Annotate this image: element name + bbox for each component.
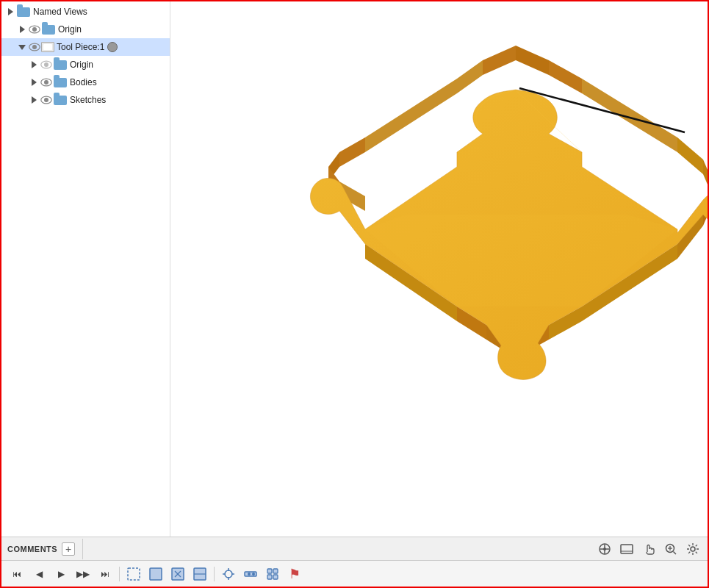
svg-line-16: [674, 551, 677, 554]
puzzle-piece-3d: [259, 38, 708, 428]
play-end-button[interactable]: ⏭: [96, 564, 115, 584]
svg-rect-20: [128, 568, 140, 580]
bottom-toolbar: ⏮ ◀ ▶ ▶▶ ⏭: [1, 560, 708, 587]
folder-origin-top: [41, 24, 56, 35]
expand-bodies[interactable]: [28, 76, 40, 88]
options-tool[interactable]: [263, 564, 282, 584]
svg-point-29: [248, 573, 251, 576]
zoom-icon[interactable]: [662, 540, 680, 558]
bottom-right-icons: [596, 540, 702, 558]
tree-item-sketches[interactable]: Sketches: [1, 91, 170, 109]
svg-point-9: [45, 98, 48, 102]
svg-point-12: [603, 548, 606, 551]
bottom-bar: COMMENTS +: [1, 537, 708, 560]
svg-point-30: [252, 573, 255, 576]
component-icon-tool-piece: [41, 42, 54, 52]
comments-add-button[interactable]: +: [62, 542, 75, 556]
play-start-button[interactable]: ⏮: [7, 564, 26, 584]
circle-select-tool[interactable]: [168, 564, 187, 584]
svg-point-1: [33, 28, 37, 32]
rectangle-select-tool[interactable]: [146, 564, 165, 584]
expand-sketches[interactable]: [28, 94, 40, 106]
comments-left: COMMENTS +: [7, 539, 83, 559]
tree-item-bodies[interactable]: Bodies: [1, 74, 170, 91]
expand-origin-child[interactable]: [28, 59, 40, 71]
comments-label: COMMENTS: [7, 545, 57, 553]
play-play-button[interactable]: ▶: [51, 564, 71, 584]
label-tool-piece: Tool Piece:1: [57, 42, 104, 52]
expand-named-views[interactable]: [4, 6, 16, 18]
label-sketches: Sketches: [70, 95, 106, 105]
tree-item-origin-child[interactable]: Origin: [1, 56, 170, 74]
select-tool[interactable]: [124, 564, 143, 584]
tree-item-named-views[interactable]: Named Views: [1, 3, 170, 21]
eye-origin-top[interactable]: [28, 23, 41, 36]
eye-bodies[interactable]: [40, 76, 53, 89]
eye-tool-piece[interactable]: [28, 40, 41, 54]
tree-item-origin-top[interactable]: Origin: [1, 21, 170, 38]
main-area: Named Views Origin: [1, 1, 708, 537]
pin-icon-tool-piece: [107, 42, 118, 52]
comments-divider: [82, 539, 83, 559]
toolbar-divider-1: [119, 567, 120, 581]
expand-origin-top[interactable]: [16, 24, 28, 35]
flag-tool[interactable]: ⚑: [285, 564, 304, 584]
folder-icon-named-views: [16, 6, 31, 18]
svg-rect-32: [273, 569, 278, 573]
svg-point-7: [45, 81, 48, 85]
timeline-tool[interactable]: [241, 564, 260, 584]
label-bodies: Bodies: [70, 77, 97, 87]
label-origin-child: Origin: [70, 60, 93, 70]
app-container: Named Views Origin: [1, 1, 708, 587]
settings-icon[interactable]: [684, 540, 702, 558]
expand-tool-piece[interactable]: [16, 41, 28, 53]
folder-sketches: [53, 94, 68, 106]
svg-rect-33: [267, 575, 272, 579]
navigate-icon[interactable]: [596, 540, 613, 558]
svg-point-3: [33, 46, 37, 49]
toolbar-divider-2: [214, 567, 215, 581]
svg-point-27: [225, 570, 232, 578]
play-prev-button[interactable]: ◀: [29, 564, 48, 584]
svg-rect-31: [267, 569, 272, 573]
svg-point-19: [691, 547, 695, 551]
svg-rect-34: [273, 575, 278, 579]
eye-origin-child[interactable]: [40, 58, 53, 71]
display-icon[interactable]: [618, 540, 636, 558]
move-tool[interactable]: [219, 564, 238, 584]
svg-rect-21: [150, 568, 162, 580]
play-next-button[interactable]: ▶▶: [73, 564, 93, 584]
lasso-tool[interactable]: [190, 564, 209, 584]
folder-origin-child: [53, 59, 68, 71]
viewport-3d[interactable]: [170, 1, 708, 537]
tree-item-tool-piece[interactable]: Tool Piece:1: [1, 38, 170, 56]
eye-sketches[interactable]: [40, 93, 53, 107]
svg-rect-13: [621, 545, 633, 553]
label-origin-top: Origin: [58, 24, 82, 35]
label-named-views: Named Views: [33, 7, 87, 17]
left-panel: Named Views Origin: [1, 1, 170, 537]
folder-bodies: [53, 76, 68, 88]
svg-point-5: [45, 63, 48, 67]
hand-icon[interactable]: [640, 540, 658, 558]
